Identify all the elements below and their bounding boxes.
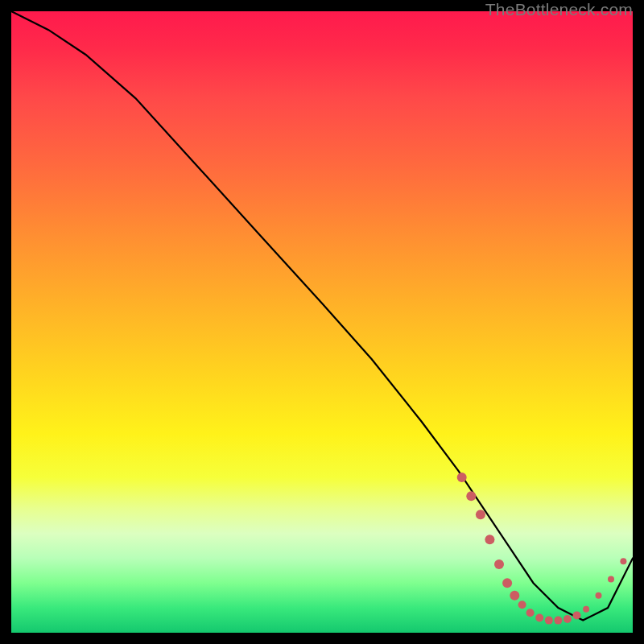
marker-dot bbox=[526, 609, 535, 617]
marker-dot bbox=[502, 578, 512, 588]
marker-dot bbox=[494, 559, 504, 569]
chart-svg bbox=[11, 11, 633, 633]
marker-dot bbox=[518, 601, 526, 609]
curve-path bbox=[11, 11, 633, 621]
chart-line bbox=[11, 11, 633, 621]
marker-dot bbox=[596, 592, 602, 599]
marker-dot bbox=[535, 614, 543, 622]
marker-dot bbox=[573, 611, 581, 619]
marker-dot bbox=[476, 510, 485, 519]
marker-dot bbox=[608, 576, 614, 583]
chart-markers bbox=[457, 473, 627, 625]
chart-frame bbox=[11, 11, 633, 633]
marker-dot bbox=[485, 535, 494, 544]
marker-dot bbox=[457, 473, 467, 482]
marker-dot bbox=[583, 606, 589, 613]
watermark-text: TheBottleneck.com bbox=[485, 0, 633, 19]
marker-dot bbox=[554, 617, 562, 625]
marker-dot bbox=[620, 558, 626, 564]
marker-dot bbox=[545, 617, 553, 625]
marker-dot bbox=[510, 591, 519, 601]
marker-dot bbox=[564, 615, 572, 623]
marker-dot bbox=[466, 491, 476, 501]
